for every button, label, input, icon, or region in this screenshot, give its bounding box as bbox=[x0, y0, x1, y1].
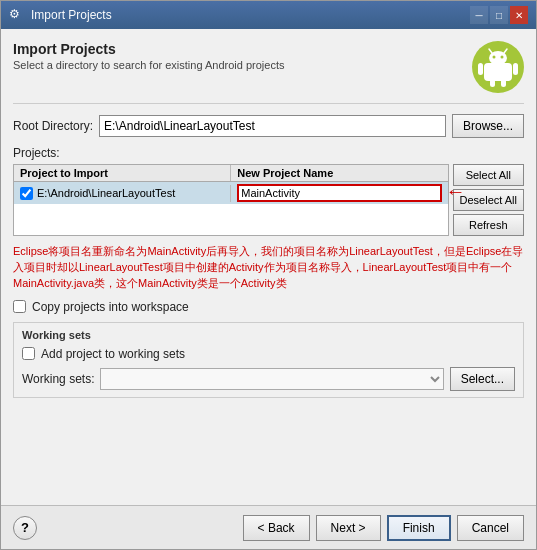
cancel-button[interactable]: Cancel bbox=[457, 515, 524, 541]
header-section: Import Projects Select a directory to se… bbox=[13, 41, 524, 93]
header-text: Import Projects Select a directory to se… bbox=[13, 41, 284, 71]
working-sets-title: Working sets bbox=[22, 329, 515, 341]
minimize-button[interactable]: ─ bbox=[470, 6, 488, 24]
new-name-cell: ← bbox=[231, 182, 447, 204]
window-icon: ⚙ bbox=[9, 7, 25, 23]
working-sets-select-row: Working sets: Select... bbox=[22, 367, 515, 391]
add-working-sets-checkbox[interactable] bbox=[22, 347, 35, 360]
title-bar-buttons: ─ □ ✕ bbox=[470, 6, 528, 24]
add-working-sets-label: Add project to working sets bbox=[41, 347, 185, 361]
svg-point-3 bbox=[493, 56, 496, 59]
finish-button[interactable]: Finish bbox=[387, 515, 451, 541]
table-row: E:\Android\LinearLayoutTest ← bbox=[14, 182, 448, 204]
projects-label: Projects: bbox=[13, 146, 524, 160]
projects-table: Project to Import New Project Name E:\An… bbox=[13, 164, 449, 236]
description-text: Eclipse将项目名重新命名为MainActivity后再导入，我们的项目名称… bbox=[13, 244, 524, 292]
footer-left: ? bbox=[13, 516, 243, 540]
projects-section: Projects: Project to Import New Project … bbox=[13, 146, 524, 236]
import-path-cell: E:\Android\LinearLayoutTest bbox=[14, 185, 231, 202]
projects-table-area: Project to Import New Project Name E:\An… bbox=[13, 164, 524, 236]
copy-projects-checkbox[interactable] bbox=[13, 300, 26, 313]
select-working-sets-button[interactable]: Select... bbox=[450, 367, 515, 391]
header-divider bbox=[13, 103, 524, 104]
import-path-value: E:\Android\LinearLayoutTest bbox=[37, 187, 175, 199]
svg-rect-8 bbox=[513, 63, 518, 75]
footer-buttons: < Back Next > Finish Cancel bbox=[243, 515, 524, 541]
refresh-button[interactable]: Refresh bbox=[453, 214, 524, 236]
add-to-working-sets-row: Add project to working sets bbox=[22, 347, 515, 361]
main-window: ⚙ Import Projects ─ □ ✕ Import Projects … bbox=[0, 0, 537, 550]
svg-rect-7 bbox=[478, 63, 483, 75]
next-button[interactable]: Next > bbox=[316, 515, 381, 541]
svg-rect-9 bbox=[490, 79, 495, 87]
window-title: Import Projects bbox=[31, 8, 470, 22]
root-dir-input[interactable] bbox=[99, 115, 446, 137]
working-sets-label: Working sets: bbox=[22, 372, 94, 386]
content-area: Import Projects Select a directory to se… bbox=[1, 29, 536, 505]
root-dir-row: Root Directory: Browse... bbox=[13, 114, 524, 138]
android-logo bbox=[472, 41, 524, 93]
svg-rect-1 bbox=[484, 63, 512, 81]
svg-rect-10 bbox=[501, 79, 506, 87]
new-name-input[interactable] bbox=[237, 184, 441, 202]
root-dir-label: Root Directory: bbox=[13, 119, 93, 133]
working-sets-select[interactable] bbox=[100, 368, 443, 390]
working-sets-section: Working sets Add project to working sets… bbox=[13, 322, 524, 398]
project-checkbox[interactable] bbox=[20, 187, 33, 200]
title-bar: ⚙ Import Projects ─ □ ✕ bbox=[1, 1, 536, 29]
restore-button[interactable]: □ bbox=[490, 6, 508, 24]
browse-button[interactable]: Browse... bbox=[452, 114, 524, 138]
page-subtitle: Select a directory to search for existin… bbox=[13, 59, 284, 71]
svg-point-4 bbox=[501, 56, 504, 59]
copy-projects-label: Copy projects into workspace bbox=[32, 300, 189, 314]
back-button[interactable]: < Back bbox=[243, 515, 310, 541]
arrow-indicator: ← bbox=[446, 180, 466, 203]
col-name-header: New Project Name bbox=[231, 165, 447, 181]
help-button[interactable]: ? bbox=[13, 516, 37, 540]
page-title: Import Projects bbox=[13, 41, 284, 57]
footer: ? < Back Next > Finish Cancel bbox=[1, 505, 536, 549]
copy-projects-row: Copy projects into workspace bbox=[13, 300, 524, 314]
close-button[interactable]: ✕ bbox=[510, 6, 528, 24]
table-header: Project to Import New Project Name bbox=[14, 165, 448, 182]
col-import-header: Project to Import bbox=[14, 165, 231, 181]
